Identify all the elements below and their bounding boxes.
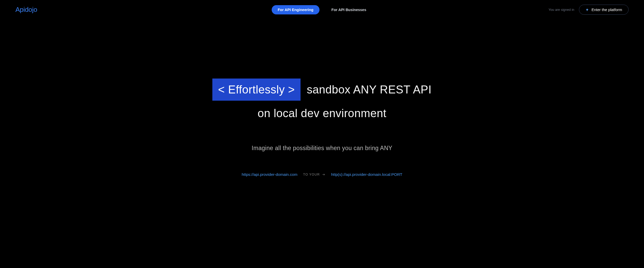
url-from: https://api.provider-domain.com: [242, 172, 297, 177]
hero-line1-rest: sandbox ANY REST API: [305, 83, 431, 96]
hero-subtext: Imagine all the possibilities when you c…: [0, 145, 644, 152]
url-row: https://api.provider-domain.com TO YOUR …: [0, 172, 644, 177]
nav-engineering-button[interactable]: For API Engineering: [271, 5, 320, 14]
nav-businesses-button[interactable]: For API Businesses: [325, 5, 373, 14]
header: Apidojo For API Engineering For API Busi…: [0, 0, 644, 19]
arrow-right-icon: [322, 173, 325, 176]
enter-platform-label: Enter the platform: [592, 7, 622, 12]
url-to: http(s)://api.provider-domain.local:PORT: [331, 172, 402, 177]
hero-title-line1: < Effortlessly > sandbox ANY REST API: [0, 79, 644, 101]
to-your-label: TO YOUR: [303, 173, 325, 176]
enter-platform-button[interactable]: Enter the platform: [579, 5, 629, 15]
hero: < Effortlessly > sandbox ANY REST API on…: [0, 19, 644, 177]
to-your-text: TO YOUR: [303, 173, 320, 176]
logo[interactable]: Apidojo: [15, 6, 37, 14]
nav-right: You are signed in Enter the platform: [549, 5, 629, 15]
signed-in-text: You are signed in: [549, 8, 574, 12]
hero-highlight: < Effortlessly >: [212, 79, 300, 101]
bolt-icon: [585, 8, 589, 12]
nav-center: For API Engineering For API Businesses: [271, 5, 373, 14]
hero-title-line2: on local dev environment: [0, 105, 644, 121]
